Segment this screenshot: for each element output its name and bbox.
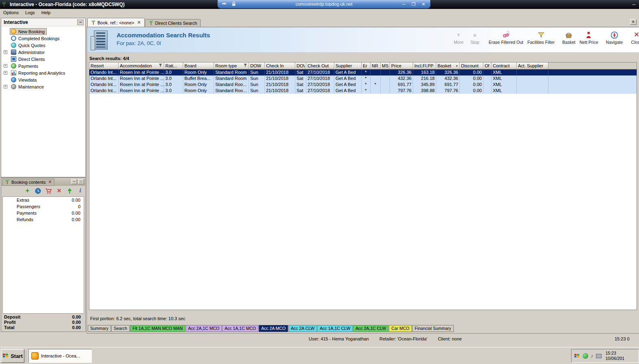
column-header-dow[interactable]: DOW: [295, 62, 306, 69]
palm-tree-icon: [91, 19, 96, 26]
sidebar-item-reporting-and-analytics[interactable]: +Reporting and Analytics: [1, 69, 85, 76]
booking-contents-close-icon[interactable]: ✕: [48, 179, 52, 185]
column-header-incl-fl-pp[interactable]: Incl.Fl.PP: [413, 62, 436, 69]
column-header-check-out[interactable]: Check Out: [306, 62, 334, 69]
column-header-contract[interactable]: Contract: [492, 62, 517, 69]
column-header-discount[interactable]: Discount: [460, 62, 483, 69]
portion-tab-acc-2a-clw[interactable]: Acc 2A CLW: [288, 325, 317, 332]
booking-contents-row[interactable]: Payments0.00: [3, 210, 84, 216]
add-icon[interactable]: +: [24, 187, 31, 194]
rdp-minimize-button[interactable]: ─: [402, 2, 405, 6]
filter-funnel-icon[interactable]: [158, 63, 162, 68]
sidebar-item-direct-clients[interactable]: +Direct Clients: [1, 56, 85, 62]
column-header-rati[interactable]: Rati...: [164, 62, 183, 69]
portion-tab-acc-2a-1c-clw[interactable]: Acc 2A,1C CLW: [353, 325, 388, 332]
result-row[interactable]: Orlando Int...Rosen Inn at Pointe ...3.0…: [89, 69, 637, 75]
column-header-nr[interactable]: NR: [370, 62, 381, 69]
dropdown-arrow-icon[interactable]: ▼: [455, 65, 458, 67]
sidebar-item-completed-bookings[interactable]: +Completed Bookings: [1, 35, 85, 42]
column-header-check-in[interactable]: Check In: [265, 62, 295, 69]
booking-contents-row[interactable]: Refunds0.00: [3, 216, 84, 223]
start-button[interactable]: Start: [1, 349, 24, 363]
tray-status-icon[interactable]: [583, 353, 588, 359]
booking-contents-row[interactable]: Passengers0: [3, 203, 84, 210]
nett-price-button[interactable]: Nett Price: [577, 30, 600, 45]
sidebar-item-payments[interactable]: +Payments: [1, 62, 85, 69]
tray-volume-icon[interactable]: ♪: [591, 353, 594, 359]
window-minimize-button[interactable]: ─: [633, 2, 636, 7]
tab-direct-clients-search[interactable]: Direct Clients Search: [145, 19, 201, 27]
history-icon[interactable]: [35, 187, 41, 194]
portion-tab-acc-2a-mco[interactable]: Acc 2A MCO: [259, 325, 288, 332]
collapse-panel-button[interactable]: –: [77, 19, 84, 25]
column-header-basket[interactable]: Basket▼: [436, 62, 460, 69]
sidebar-item-new-booking[interactable]: +New Booking: [1, 28, 85, 35]
portion-tab-acc-1a-1c-clw[interactable]: Acc 1A,1C CLW: [317, 325, 353, 332]
expand-icon[interactable]: +: [4, 85, 7, 88]
sidebar-item-quick-quotes[interactable]: +Quick Quotes: [1, 42, 85, 49]
delete-icon[interactable]: ✕: [56, 187, 63, 194]
basket-button[interactable]: Basket: [560, 30, 577, 45]
menu-help[interactable]: Help: [38, 9, 54, 16]
column-header-room-type[interactable]: Room type: [214, 62, 249, 69]
pin-icon[interactable]: [222, 1, 227, 7]
column-header-act-supplier[interactable]: Act. Supplier: [517, 62, 548, 69]
menu-options[interactable]: Options: [0, 9, 22, 16]
result-row[interactable]: Orlando Int...Rosen Inn at Pointe ...3.0…: [89, 75, 637, 82]
column-header-supplier[interactable]: Supplier: [334, 62, 362, 69]
panel-float-button[interactable]: □: [78, 179, 84, 184]
column-header-dow[interactable]: DOW: [249, 62, 265, 69]
navigate-button[interactable]: Navigate: [604, 30, 625, 45]
info-icon[interactable]: i: [77, 187, 84, 194]
sidebar-item-viewdata[interactable]: +Viewdata: [1, 76, 85, 83]
portion-tab-search[interactable]: Search: [111, 325, 130, 332]
expand-icon[interactable]: +: [4, 71, 7, 75]
column-header-price[interactable]: Price: [390, 62, 413, 69]
facilities-filter-button[interactable]: Facilities Filter: [525, 30, 557, 45]
taskbar-app-button[interactable]: Interactive - Ocea...: [28, 349, 92, 363]
portion-tab-acc-1a-1c-mco[interactable]: Acc 1A,1C MCO: [222, 325, 258, 332]
result-row[interactable]: Orlando Int...Rosen Inn at Pointe ...3.0…: [89, 82, 637, 88]
portion-tab-summary[interactable]: Summary: [88, 325, 111, 332]
column-header-er[interactable]: Er: [362, 62, 370, 69]
rdp-restore-button[interactable]: ❐: [412, 2, 416, 6]
status-client: Client: none: [438, 336, 462, 341]
tab-book-ref-none[interactable]: Book. ref.: <none>✕: [87, 18, 145, 27]
sidebar-item-administrator[interactable]: +Administrator: [1, 49, 85, 56]
result-row[interactable]: Orlando Int...Rosen Inn at Pointe ...3.0…: [89, 88, 637, 94]
tab-overflow-button[interactable]: ≡: [630, 19, 637, 25]
toolbar-button-label: Basket: [562, 40, 575, 45]
expand-icon[interactable]: +: [4, 64, 7, 68]
rdp-close-button[interactable]: ✕: [422, 2, 425, 6]
column-header-of[interactable]: Of: [483, 62, 492, 69]
portion-tab-flt-1a-1c-man-mco-man[interactable]: Flt 1A,1C MAN MCO MAN: [130, 325, 185, 332]
filter-funnel-icon[interactable]: [243, 63, 247, 68]
column-header-ms[interactable]: MS: [381, 62, 390, 69]
result-cell: Sat: [295, 75, 306, 82]
close-button[interactable]: ✕Close: [628, 30, 639, 45]
column-header-resort[interactable]: Resort: [89, 62, 119, 69]
column-header-accommodation[interactable]: Accommodation: [119, 62, 164, 69]
portion-tab-financial-summary[interactable]: Financial Summary: [412, 325, 454, 332]
tab-close-icon[interactable]: ✕: [137, 20, 141, 25]
bc-total-value: 0.00: [72, 320, 81, 325]
portion-tab-car-mco[interactable]: Car MCO: [389, 325, 412, 332]
tray-display-icon[interactable]: [596, 354, 602, 358]
menu-logs[interactable]: Logs: [22, 9, 38, 16]
panel-minimize-button[interactable]: ─: [71, 179, 77, 184]
filter-icon: [537, 31, 545, 39]
booking-contents-tab[interactable]: Booking contents ✕: [2, 179, 54, 186]
erase-filtered-out-button[interactable]: Erase Filtered Out: [487, 30, 525, 45]
reporting-icon: [11, 70, 16, 75]
sidebar-item-maintenance[interactable]: +Maintenance: [1, 83, 85, 90]
expand-icon[interactable]: +: [4, 50, 7, 54]
cart-icon[interactable]: [45, 187, 52, 194]
column-header-board[interactable]: Board: [183, 62, 214, 69]
result-cell: 21/10/2018: [265, 69, 295, 75]
result-cell: [517, 88, 548, 94]
booking-contents-row[interactable]: Extras0.00: [3, 197, 84, 203]
column-header-label: Board: [184, 63, 212, 68]
tray-windows-icon[interactable]: [574, 353, 580, 359]
transfer-icon[interactable]: [66, 187, 73, 194]
portion-tab-acc-2a-1c-mco[interactable]: Acc 2A,1C MCO: [186, 325, 222, 332]
